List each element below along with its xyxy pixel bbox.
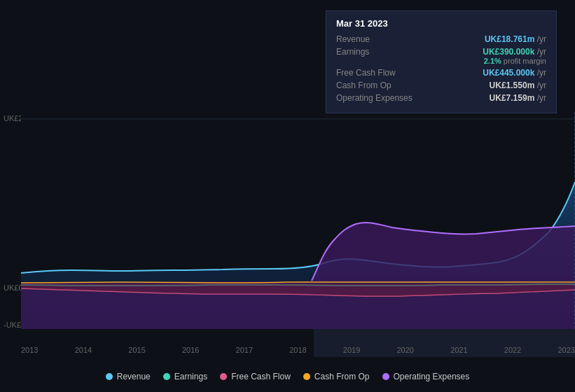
tooltip-row-cashop: Cash From Op UK£1.550m /yr xyxy=(336,80,546,90)
chart-container: Mar 31 2023 Revenue UK£18.761m /yr Earni… xyxy=(0,0,575,392)
fcf-label: Free Cash Flow xyxy=(336,68,420,78)
legend-label-cashop: Cash From Op xyxy=(314,372,370,382)
legend-dot-revenue xyxy=(106,373,113,380)
legend-label-opex: Operating Expenses xyxy=(394,372,470,382)
legend-earnings[interactable]: Earnings xyxy=(163,372,207,382)
opex-value: UK£7.159m /yr xyxy=(490,93,546,103)
cashop-label: Cash From Op xyxy=(336,80,420,90)
legend-dot-fcf xyxy=(220,373,227,380)
margin-text: 2.1% profit margin xyxy=(484,57,546,65)
legend-label-fcf: Free Cash Flow xyxy=(231,372,291,382)
cashop-value: UK£1.550m /yr xyxy=(490,80,546,90)
y-label-0: UK£0 xyxy=(4,284,23,292)
tooltip-row-revenue: Revenue UK£18.761m /yr xyxy=(336,34,546,44)
x-label-2020: 2020 xyxy=(396,346,413,354)
tooltip-date: Mar 31 2023 xyxy=(336,18,546,29)
x-label-2017: 2017 xyxy=(236,346,253,354)
legend-label-revenue: Revenue xyxy=(117,372,151,382)
tooltip-row-opex: Operating Expenses UK£7.159m /yr xyxy=(336,93,546,103)
legend-revenue[interactable]: Revenue xyxy=(106,372,151,382)
x-label-2014: 2014 xyxy=(75,346,92,354)
x-axis: 2013 2014 2015 2016 2017 2018 2019 2020 … xyxy=(21,346,575,354)
x-label-2015: 2015 xyxy=(128,346,145,354)
x-label-2022: 2022 xyxy=(504,346,521,354)
legend-cashop[interactable]: Cash From Op xyxy=(303,372,370,382)
x-label-2021: 2021 xyxy=(450,346,467,354)
x-label-2016: 2016 xyxy=(182,346,199,354)
fcf-value: UK£445.000k /yr xyxy=(483,68,546,78)
revenue-label: Revenue xyxy=(336,34,420,44)
x-label-2019: 2019 xyxy=(343,346,360,354)
x-label-2013: 2013 xyxy=(21,346,38,354)
tooltip-row-earnings: Earnings UK£390.000k /yr xyxy=(336,47,546,57)
legend-dot-earnings xyxy=(163,373,170,380)
opex-label: Operating Expenses xyxy=(336,93,420,103)
tooltip-box: Mar 31 2023 Revenue UK£18.761m /yr Earni… xyxy=(326,10,557,113)
tooltip-row-margin: 2.1% profit margin xyxy=(336,57,546,65)
x-label-2023: 2023 xyxy=(557,346,574,354)
tooltip-row-fcf: Free Cash Flow UK£445.000k /yr xyxy=(336,68,546,78)
revenue-value: UK£18.761m /yr xyxy=(485,34,546,44)
x-label-2018: 2018 xyxy=(289,346,306,354)
legend: Revenue Earnings Free Cash Flow Cash Fro… xyxy=(0,372,575,382)
legend-dot-cashop xyxy=(303,373,310,380)
legend-label-earnings: Earnings xyxy=(174,372,207,382)
legend-fcf[interactable]: Free Cash Flow xyxy=(220,372,291,382)
earnings-label: Earnings xyxy=(336,47,420,57)
chart-svg xyxy=(21,112,575,329)
legend-dot-opex xyxy=(382,373,389,380)
earnings-value: UK£390.000k /yr xyxy=(483,47,546,57)
legend-opex[interactable]: Operating Expenses xyxy=(382,372,470,382)
